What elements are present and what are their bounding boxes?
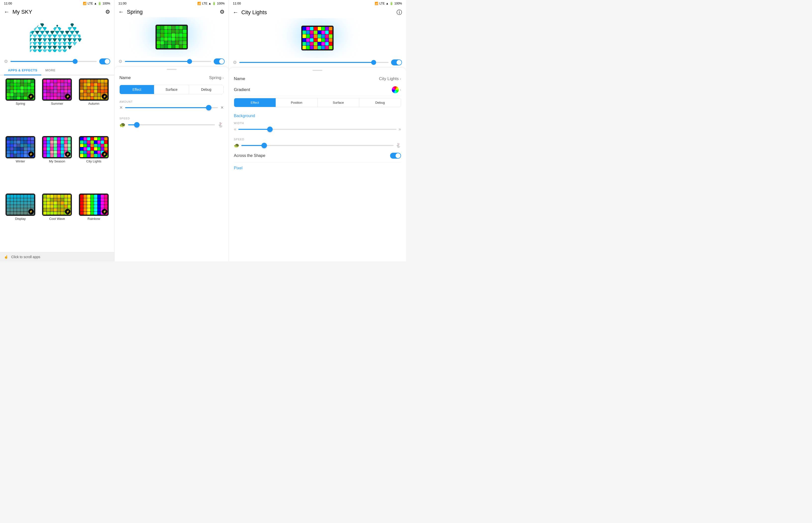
brightness-slider-1[interactable] (11, 61, 97, 62)
svg-marker-27 (42, 27, 47, 31)
app-badge-city-lights: ⚡ (102, 151, 107, 157)
gradient-circle[interactable] (392, 86, 399, 93)
seg-surface-2[interactable]: Surface (154, 85, 189, 94)
app-item-spring[interactable]: ⚡ Spring (3, 78, 38, 134)
brightness-icon-3: ⚙ (233, 60, 237, 65)
app-item-autumn[interactable]: ⚡ Autumn (76, 78, 111, 134)
status-right-1: 📶 LTE ▲ 🔋 100% (83, 2, 110, 5)
settings-icon-2[interactable]: ⚙ (220, 9, 225, 15)
spring-device-screen (156, 24, 188, 50)
svg-marker-74 (57, 42, 62, 46)
app-label-spring: Spring (16, 102, 25, 105)
city-lights-tabs: Effect Position Surface Debug (234, 98, 401, 107)
app-label-rainbow: Rainbow (88, 217, 100, 221)
amount-slider[interactable] (125, 107, 218, 108)
battery-label-3: 100% (394, 2, 402, 5)
speed-slider[interactable] (128, 124, 215, 125)
app-item-my-season[interactable]: ⚡ My Season (40, 136, 75, 192)
topbar-2: ← Spring ⚙ (114, 7, 229, 17)
svg-marker-32 (67, 27, 72, 31)
power-toggle-1[interactable] (99, 58, 110, 65)
brightness-icon-2: ⚙ (119, 59, 122, 64)
app-item-display[interactable]: ⚡ Display (3, 194, 38, 249)
back-button-1[interactable]: ← (4, 9, 10, 15)
info-icon-3[interactable]: ⓘ (396, 9, 402, 16)
apps-grid: ⚡ Spring ⚡ Summer ⚡ Autumn ⚡ Wi (0, 75, 114, 252)
topbar-3: ← City Lights ⓘ (229, 7, 406, 18)
pixel-heading[interactable]: Pixel (234, 163, 401, 172)
svg-marker-69 (32, 42, 37, 46)
scroll-bar[interactable]: ☝ Click to scroll apps (0, 252, 114, 262)
svg-marker-81 (42, 46, 47, 50)
status-time-2: 11:00 (119, 1, 127, 5)
lte-label-3: LTE (379, 2, 385, 5)
app-item-cool-wave[interactable]: ⚡ Cool Wave (40, 194, 75, 249)
width-slider[interactable] (238, 129, 396, 130)
svg-marker-68 (28, 42, 32, 46)
tab-apps-effects[interactable]: APPS & EFFECTS (4, 66, 41, 75)
lte-label-2: LTE (202, 2, 207, 5)
app-item-summer[interactable]: ⚡ Summer (40, 78, 75, 134)
seg4-position[interactable]: Position (276, 98, 318, 107)
svg-marker-24 (28, 27, 32, 31)
seg-effect-2[interactable]: Effect (120, 85, 154, 94)
svg-marker-49 (42, 35, 47, 38)
seg4-debug[interactable]: Debug (359, 98, 401, 107)
app-item-city-lights[interactable]: ⚡ City Lights (76, 136, 111, 192)
svg-marker-17 (55, 23, 60, 27)
background-heading[interactable]: Background (234, 111, 401, 120)
app-thumbnail-winter: ⚡ (5, 136, 35, 158)
status-bar-1: 11:00 📶 LTE ▲ 🔋 100% (0, 0, 114, 7)
power-toggle-3[interactable] (391, 59, 402, 66)
speed-section: SPEED 🐢 🐇 (119, 115, 224, 130)
amount-slider-row: ✕ ✕ (119, 105, 224, 110)
tab-more[interactable]: MORE (41, 66, 59, 75)
svg-marker-43 (70, 31, 75, 35)
settings-icon-1[interactable]: ⚙ (105, 9, 110, 15)
name-value-2[interactable]: Spring › (209, 75, 224, 80)
svg-marker-28 (47, 27, 52, 31)
name-value-3[interactable]: City Lights › (379, 76, 401, 81)
power-toggle-2[interactable] (214, 58, 225, 65)
app-item-rainbow[interactable]: ⚡ Rainbow (76, 194, 111, 249)
spring-tabs: Effect Surface Debug (119, 85, 224, 94)
svg-marker-78 (28, 46, 32, 50)
svg-marker-52 (57, 35, 62, 38)
brightness-slider-3[interactable] (239, 62, 389, 63)
svg-marker-5 (52, 20, 57, 23)
divider-1 (234, 162, 401, 162)
svg-marker-39 (50, 31, 55, 35)
svg-marker-34 (77, 27, 82, 31)
back-button-2[interactable]: ← (119, 9, 124, 15)
brightness-row-2: ⚙ (114, 57, 229, 66)
name-chevron-2: › (223, 76, 224, 80)
svg-marker-80 (37, 46, 42, 50)
speed-slider-3[interactable] (241, 145, 393, 146)
battery-label-2: 100% (217, 2, 225, 5)
app-label-cool-wave: Cool Wave (49, 217, 65, 221)
page-title-2: Spring (127, 9, 220, 15)
app-item-winter[interactable]: ⚡ Winter (3, 136, 38, 192)
signal-icon-1: ▲ (94, 2, 97, 5)
seg4-effect[interactable]: Effect (234, 98, 276, 107)
across-shape-toggle[interactable] (390, 153, 401, 159)
brightness-slider-2[interactable] (125, 61, 211, 62)
name-chevron-3: › (400, 77, 401, 81)
seg4-surface[interactable]: Surface (318, 98, 359, 107)
gradient-control[interactable]: › (392, 86, 401, 93)
svg-marker-83 (52, 46, 57, 50)
topbar-1: ← My SKY ⚙ (0, 7, 114, 17)
back-button-3[interactable]: ← (233, 9, 238, 16)
svg-marker-29 (52, 27, 57, 31)
svg-marker-87 (28, 50, 32, 53)
svg-marker-40 (55, 31, 60, 35)
svg-marker-70 (37, 42, 42, 46)
speed-right-icon-3: 🐇 (395, 143, 401, 148)
app-label-autumn: Autumn (88, 102, 100, 105)
wifi-icon-1: 📶 (83, 2, 87, 5)
svg-marker-86 (67, 46, 72, 50)
seg-debug-2[interactable]: Debug (189, 85, 224, 94)
svg-marker-42 (65, 31, 70, 35)
app-label-city-lights: City Lights (86, 159, 102, 163)
app-thumbnail-city-lights: ⚡ (79, 136, 109, 158)
